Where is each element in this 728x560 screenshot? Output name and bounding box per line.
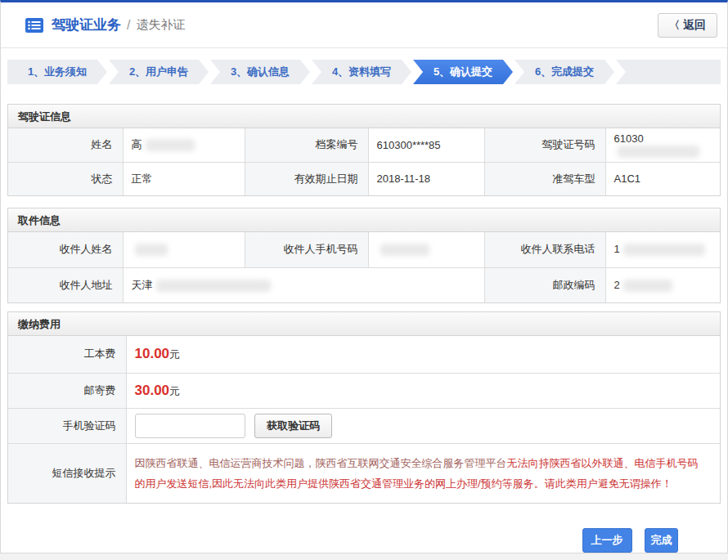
step-3-confirm-info[interactable]: 3、确认信息	[210, 60, 310, 84]
step-4-fill-materials[interactable]: 4、资料填写	[312, 60, 411, 84]
get-sms-code-button[interactable]: 获取验证码	[254, 414, 332, 438]
table-row: 邮寄费 30.00元	[8, 373, 720, 408]
postal-code-label: 邮政编码	[484, 267, 605, 302]
production-fee-label: 工本费	[8, 336, 126, 373]
recipient-name-label: 收件人姓名	[8, 232, 123, 267]
finish-button[interactable]: 完成	[645, 528, 678, 553]
status-value: 正常	[123, 162, 245, 195]
payment-section-title: 缴纳费用	[8, 312, 720, 336]
table-row: 姓名 高 档案编号 610300****85 驾驶证号码 61030	[8, 128, 720, 162]
redacted-value	[156, 280, 271, 292]
back-button-label: 返回	[683, 18, 706, 33]
breadcrumb-separator: /	[127, 18, 130, 33]
license-info-section: 驾驶证信息 姓名 高 档案编号 610300****85 驾驶证号码 61030…	[7, 104, 721, 196]
table-row: 手机验证码 获取验证码	[8, 408, 720, 443]
production-fee-value: 10.00元	[126, 336, 720, 373]
previous-step-button[interactable]: 上一步	[582, 528, 632, 553]
redacted-value	[380, 244, 429, 256]
payment-section: 缴纳费用 工本费 10.00元 邮寄费 30.00元 手机验证码 获取验证码 短…	[7, 311, 721, 504]
redacted-value	[623, 244, 705, 256]
production-fee-amount: 10.00	[135, 346, 170, 361]
redacted-value	[135, 244, 168, 256]
step-6-finish-submit[interactable]: 6、完成提交	[515, 60, 614, 84]
sms-code-input[interactable]	[135, 414, 245, 438]
license-info-table: 姓名 高 档案编号 610300****85 驾驶证号码 61030 状态 正常…	[8, 128, 720, 195]
step-bar-filler	[616, 60, 721, 84]
table-row: 状态 正常 有效期止日期 2018-11-18 准驾车型 A1C1	[8, 162, 720, 195]
main-panel: 驾驶证业务 / 遗失补证 〈 返回 1、业务须知 2、用户申告 3、确认信息 4…	[0, 0, 728, 553]
postage-fee-label: 邮寄费	[8, 373, 126, 408]
status-label: 状态	[8, 162, 123, 195]
recipient-mobile-value	[368, 232, 484, 267]
recipient-mobile-label: 收件人手机号码	[245, 232, 368, 267]
pickup-info-table: 收件人姓名 收件人手机号码 收件人联系电话 1 收件人地址 天津 邮政编码 2	[8, 232, 720, 302]
table-row: 短信接收提示 因陕西省联通、电信运营商技术问题，陕西省互联网交通安全综合服务管理…	[8, 443, 720, 503]
license-no-label: 驾驶证号码	[484, 128, 605, 162]
step-1-business-notice[interactable]: 1、业务须知	[7, 60, 107, 84]
sms-code-cell: 获取验证码	[126, 408, 720, 443]
recipient-phone-label: 收件人联系电话	[484, 232, 605, 267]
file-no-label: 档案编号	[245, 128, 368, 162]
production-fee-unit: 元	[169, 348, 180, 361]
sms-notice-label: 短信接收提示	[8, 443, 126, 503]
recipient-name-value	[123, 232, 245, 267]
sms-code-label: 手机验证码	[8, 408, 126, 443]
list-icon	[25, 18, 43, 33]
name-value: 高	[123, 128, 245, 162]
table-row: 收件人姓名 收件人手机号码 收件人联系电话 1	[8, 232, 720, 267]
name-label: 姓名	[8, 128, 123, 162]
valid-until-value: 2018-11-18	[368, 162, 484, 195]
payment-table: 工本费 10.00元 邮寄费 30.00元 手机验证码 获取验证码 短信接收提示…	[8, 336, 720, 503]
license-no-value: 61030	[605, 128, 720, 162]
recipient-address-value: 天津	[123, 267, 484, 302]
step-wizard: 1、业务须知 2、用户申告 3、确认信息 4、资料填写 5、确认提交 6、完成提…	[7, 60, 721, 84]
sms-notice-text: 因陕西省联通、电信运营商技术问题，陕西省互联网交通安全综合服务管理平台无法向持陕…	[126, 443, 720, 503]
page-subtitle: 遗失补证	[136, 17, 185, 33]
page-title: 驾驶证业务	[52, 16, 121, 34]
recipient-phone-value: 1	[605, 232, 720, 267]
pickup-section-title: 取件信息	[8, 208, 720, 232]
redacted-value	[146, 139, 195, 151]
pickup-info-section: 取件信息 收件人姓名 收件人手机号码 收件人联系电话 1 收件人地址 天津 邮政…	[7, 208, 721, 303]
step-5-confirm-submit[interactable]: 5、确认提交	[413, 60, 513, 84]
table-row: 收件人地址 天津 邮政编码 2	[8, 267, 720, 302]
table-row: 工本费 10.00元	[8, 336, 720, 373]
vehicle-class-value: A1C1	[605, 162, 720, 195]
back-button[interactable]: 〈 返回	[658, 13, 717, 38]
license-section-title: 驾驶证信息	[8, 105, 720, 128]
redacted-value	[618, 146, 699, 158]
postage-fee-unit: 元	[169, 385, 180, 397]
sms-notice-muted: 因陕西省联通、电信运营商技术问题，陕西省互联网交通安全综合服务管理平台	[135, 457, 507, 469]
chevron-left-icon: 〈	[669, 18, 680, 33]
postal-code-value: 2	[605, 267, 720, 302]
step-2-user-declaration[interactable]: 2、用户申告	[109, 60, 209, 84]
vehicle-class-label: 准驾车型	[484, 162, 605, 195]
footer-actions: 上一步 完成	[1, 504, 727, 553]
recipient-address-label: 收件人地址	[8, 267, 123, 302]
redacted-value	[623, 280, 672, 292]
file-no-value: 610300****85	[368, 128, 484, 162]
page-header: 驾驶证业务 / 遗失补证 〈 返回	[1, 2, 727, 48]
valid-until-label: 有效期止日期	[245, 162, 368, 195]
postage-fee-value: 30.00元	[126, 373, 720, 408]
postage-fee-amount: 30.00	[135, 383, 170, 398]
